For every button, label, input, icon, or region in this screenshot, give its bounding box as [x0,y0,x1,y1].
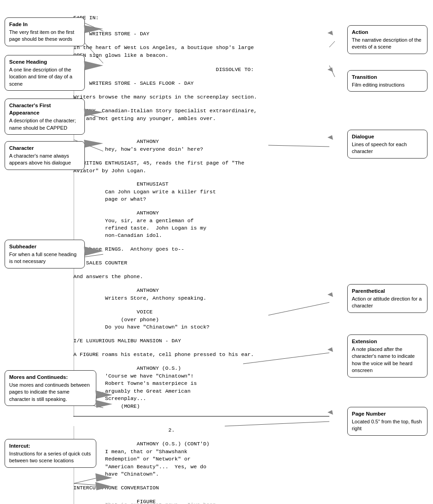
svg-line-6 [329,41,335,47]
annotation-page-number-title: Page Number [352,410,423,417]
annotation-page-number: Page Number Located 0.5" from the top, f… [347,407,427,436]
screenplay-line: DISSOLVE TO: [73,66,254,73]
svg-marker-31 [328,292,333,297]
annotation-action-title: Action [352,28,423,36]
annotation-parenthetical-body: Action or attitude direction for a chara… [352,296,422,308]
annotation-scene-heading: Scene Heading A one line description of … [5,55,85,91]
annotation-character-first: Character's First Appearance A descripti… [5,99,85,135]
annotation-extension-body: A note placed after the character's name… [352,346,415,373]
annotation-mores: Mores and Continueds: Use mores and cont… [5,370,96,406]
screenplay-line: Writers browse the many scripts in the s… [73,93,257,101]
screenplay-line: 30s and not getting any younger, ambles … [73,115,216,122]
svg-marker-32 [328,347,333,352]
screenplay-line: I/E LUXURIOUS MALIBU MANSION - DAY [73,337,181,345]
svg-marker-33 [328,410,333,415]
svg-line-13 [243,353,329,364]
screenplay-line: INT. WRITERS STORE - SALES FLOOR - DAY [73,79,194,87]
screenplay-line: ANTHONY [73,286,159,294]
svg-marker-28 [328,31,333,35]
annotation-transition-title: Transition [352,73,423,81]
screenplay-line: The phone RINGS. Anthony goes to-- [73,245,184,253]
annotation-page-number-body: Located 0.5" from the top, flush right [352,419,422,431]
screenplay-line: ANTHONY, Canadian-Italian Story Speciali… [73,107,257,115]
annotation-action-body: The narrative description of the events … [352,37,422,49]
screenplay-line: A FIGURE roams his estate, cell phone pr… [73,351,254,358]
annotation-character: Character A character's name always appe… [5,141,85,170]
annotation-mores-title: Mores and Continueds: [9,373,92,381]
annotation-character-first-body: A description of the character; name sho… [9,118,76,130]
annotation-action: Action The narrative description of the … [347,25,427,54]
svg-line-16 [225,422,329,426]
svg-line-10 [268,145,329,147]
screenplay-line: ENTHUSIAST [73,180,168,188]
screenplay-line: Can John Logan write a killer first [73,188,216,196]
annotation-subheader-title: Subheader [9,243,80,250]
annotation-mores-body: Use mores and continueds between pages t… [9,382,90,402]
screenplay-line: OPEN sign glows like a beacon. [73,51,168,59]
annotation-intercut-body: Instructions for a series of quick cuts … [9,451,91,463]
annotation-intercut: Intercut: Instructions for a series of q… [5,439,96,468]
annotation-fade-in: Fade In The very first item on the first… [5,17,85,46]
annotation-dialogue-title: Dialogue [352,133,423,140]
screenplay-line: refined taste. John Logan is my [73,224,206,232]
annotation-subheader: Subheader For when a full scene heading … [5,240,85,268]
screenplay-line: You, sir, are a gentleman of [73,217,194,225]
page-divider [73,416,329,416]
screenplay-line: In the heart of West Los Angeles, a bout… [73,44,254,51]
annotation-extension: Extension A note placed after the charac… [347,334,427,378]
screenplay-line: ANTHONY [73,137,159,145]
annotation-parenthetical: Parenthetical Action or attitude directi… [347,284,427,313]
screenplay-line: That is such great news. I've been [73,501,216,504]
annotation-fade-in-title: Fade In [9,21,80,28]
annotation-scene-heading-title: Scene Heading [9,58,80,66]
screenplay-line: INTERCUT PHONE CONVERSATION [73,484,159,492]
screenplay-line: ANTHONY [73,209,159,217]
annotation-character-body: A character's name always appears above … [9,153,71,165]
screenplay-line: 2. [73,426,175,434]
screenplay-line: (over phone) [73,316,159,323]
annotation-extension-title: Extension [352,338,423,345]
annotation-dialogue: Dialogue Lines of speech for each charac… [347,130,427,159]
annotation-character-first-title: Character's First Appearance [9,102,80,116]
screenplay-line: And answers the phone. [73,273,143,280]
svg-marker-29 [328,67,333,72]
svg-line-7 [329,66,335,77]
annotation-scene-heading-body: A one line description of the location a… [9,67,72,87]
annotation-intercut-title: Intercut: [9,442,92,449]
annotation-parenthetical-title: Parenthetical [352,287,423,295]
screenplay-line: page or what? [73,195,146,203]
screenplay-line: VOICE [73,308,153,316]
screenplay-line: A WRITING ENTHUSIAST, 45, reads the firs… [73,159,244,167]
screenplay-line: Writers Store, Anthony speaking. [73,294,206,302]
screenplay-line: hey, how's everyone doin' here? [73,145,203,153]
page-container: FADE IN: EXT. WRITERS STORE - DAY In the… [0,0,433,504]
annotation-subheader-body: For when a full scene heading is not nec… [9,252,77,264]
screenplay-line: non-Canadian idol. [73,231,162,239]
annotation-transition: Transition Film editing instructions [347,70,427,92]
screenplay-line: have "Chinatown". [73,470,159,478]
annotation-character-title: Character [9,144,80,152]
svg-line-12 [268,302,329,315]
annotation-dialogue-body: Lines of speech for each character [352,142,407,154]
screenplay-line: Do you have "Chinatown" in stock? [73,323,210,331]
svg-marker-30 [328,135,333,140]
annotation-fade-in-body: The very first item on the first page sh… [9,29,74,42]
annotation-transition-body: Film editing instructions [352,82,405,88]
